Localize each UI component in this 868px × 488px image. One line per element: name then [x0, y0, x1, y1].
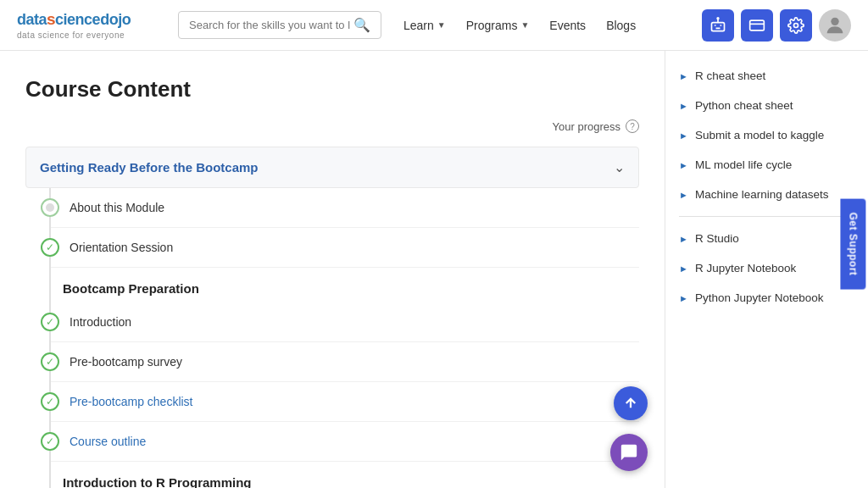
- checkmark-icon: ✓: [46, 396, 54, 408]
- progress-label: Your progress: [553, 120, 620, 133]
- sidebar-item-python-cheat-sheet[interactable]: ► Python cheat sheet: [665, 91, 868, 120]
- page-title: Course Content: [25, 76, 639, 103]
- item-label: Pre-bootcamp survey: [70, 355, 182, 369]
- nav-item-events[interactable]: Events: [541, 14, 594, 37]
- sidebar-item-label: R cheat sheet: [695, 69, 765, 82]
- robot-icon: [709, 17, 726, 34]
- sidebar-item-label: Submit a model to kaggle: [695, 129, 824, 141]
- check-circle-checked: ✓: [41, 432, 59, 451]
- search-bar[interactable]: 🔍: [178, 11, 381, 39]
- chevron-right-icon: ►: [679, 293, 688, 303]
- section-title: Getting Ready Before the Bootcamp: [40, 160, 259, 175]
- right-sidebar: ► R cheat sheet ► Python cheat sheet ► S…: [665, 51, 868, 488]
- list-item[interactable]: ✓ Course outline: [51, 422, 639, 462]
- subsection-title: Bootcamp Preparation: [49, 268, 639, 302]
- list-item[interactable]: ✓ Pre-bootcamp checklist: [51, 382, 639, 422]
- checkmark-icon: ✓: [46, 435, 54, 447]
- svg-point-3: [794, 23, 798, 27]
- chevron-down-icon: ▼: [520, 20, 529, 30]
- chevron-down-icon: ▼: [437, 20, 446, 30]
- search-icon: 🔍: [353, 17, 370, 33]
- nav-item-blogs[interactable]: Blogs: [598, 14, 644, 37]
- nav-item-programs[interactable]: Programs ▼: [458, 14, 538, 37]
- sidebar-item-ml-datasets[interactable]: ► Machine learning datasets: [665, 180, 868, 209]
- check-circle-checked: ✓: [41, 352, 59, 371]
- chevron-right-icon: ►: [679, 130, 688, 141]
- course-items-top: About this Module ✓ Orientation Session …: [49, 188, 639, 488]
- sidebar-item-python-jupyter[interactable]: ► Python Jupyter Notebook: [665, 283, 868, 313]
- progress-help-icon[interactable]: ?: [626, 119, 639, 133]
- chevron-down-icon: ⌄: [614, 159, 625, 175]
- sidebar-divider: [679, 216, 854, 217]
- subsection-title: Introduction to R Programming: [49, 462, 639, 488]
- chat-icon: [620, 443, 638, 462]
- search-input[interactable]: [189, 19, 350, 31]
- sidebar-item-r-studio[interactable]: ► R Studio: [665, 224, 868, 253]
- logo: datasciencedojo data science for everyon…: [17, 10, 161, 40]
- arrow-up-icon: [623, 396, 638, 411]
- item-label-link: Pre-bootcamp checklist: [70, 395, 193, 408]
- scroll-to-top-button[interactable]: [614, 386, 648, 420]
- sidebar-item-label: R Jupyter Notebook: [695, 262, 796, 274]
- chevron-right-icon: ►: [679, 71, 688, 81]
- svg-point-4: [831, 17, 838, 25]
- gear-icon-button[interactable]: [780, 9, 812, 42]
- list-item[interactable]: ✓ Orientation Session: [51, 228, 639, 268]
- header-right: [702, 9, 851, 42]
- svg-point-1: [717, 17, 719, 19]
- item-label-link: Course outline: [70, 435, 146, 448]
- sidebar-item-label: Python cheat sheet: [695, 99, 793, 112]
- svg-rect-2: [750, 20, 765, 30]
- chat-button[interactable]: [610, 434, 648, 471]
- get-support-button[interactable]: Get Support: [841, 199, 866, 290]
- chevron-right-icon: ►: [679, 190, 688, 200]
- avatar-icon: [823, 14, 847, 37]
- card-icon: [748, 17, 765, 34]
- card-icon-button[interactable]: [741, 9, 773, 42]
- gear-icon: [787, 17, 804, 34]
- nav-item-learn[interactable]: Learn ▼: [395, 14, 454, 37]
- item-label: Orientation Session: [70, 241, 173, 254]
- item-label: About this Module: [70, 201, 164, 214]
- list-item[interactable]: ✓ Pre-bootcamp survey: [51, 342, 639, 382]
- sidebar-item-label: Python Jupyter Notebook: [695, 291, 824, 304]
- logo-text: datasciencedojo: [17, 10, 161, 30]
- section-header[interactable]: Getting Ready Before the Bootcamp ⌄: [25, 147, 639, 188]
- header: datasciencedojo data science for everyon…: [0, 0, 868, 51]
- logo-tagline: data science for everyone: [17, 30, 161, 40]
- progress-row: Your progress ?: [25, 119, 639, 133]
- chevron-right-icon: ►: [679, 263, 688, 274]
- chevron-right-icon: ►: [679, 160, 688, 170]
- sidebar-item-label: ML model life cycle: [695, 158, 792, 171]
- check-circle: [41, 198, 59, 217]
- checkmark-icon: ✓: [46, 356, 54, 368]
- item-label: Introduction: [70, 315, 131, 329]
- nav-menu: Learn ▼ Programs ▼ Events Blogs: [395, 14, 644, 37]
- chevron-right-icon: ►: [679, 234, 688, 244]
- sidebar-item-r-jupyter[interactable]: ► R Jupyter Notebook: [665, 253, 868, 283]
- sidebar-item-submit-kaggle[interactable]: ► Submit a model to kaggle: [665, 120, 868, 150]
- chevron-right-icon: ►: [679, 101, 688, 111]
- page-body: Course Content Your progress ? Getting R…: [0, 51, 868, 488]
- check-circle-checked: ✓: [41, 313, 59, 331]
- list-item[interactable]: About this Module: [51, 188, 639, 228]
- svg-rect-0: [712, 22, 725, 30]
- sidebar-item-label: Machine learning datasets: [695, 188, 829, 201]
- sidebar-item-r-cheat-sheet[interactable]: ► R cheat sheet: [665, 61, 868, 91]
- unchecked-icon: [46, 203, 54, 212]
- sidebar-item-label: R Studio: [695, 232, 739, 245]
- main-content: Course Content Your progress ? Getting R…: [0, 51, 665, 488]
- robot-icon-button[interactable]: [702, 9, 734, 42]
- list-item[interactable]: ✓ Introduction: [51, 302, 639, 342]
- checkmark-icon: ✓: [46, 241, 54, 253]
- check-circle-checked: ✓: [41, 238, 59, 257]
- check-circle-checked: ✓: [41, 392, 59, 411]
- avatar[interactable]: [819, 9, 851, 42]
- sidebar-item-ml-model-lifecycle[interactable]: ► ML model life cycle: [665, 150, 868, 180]
- checkmark-icon: ✓: [46, 316, 54, 328]
